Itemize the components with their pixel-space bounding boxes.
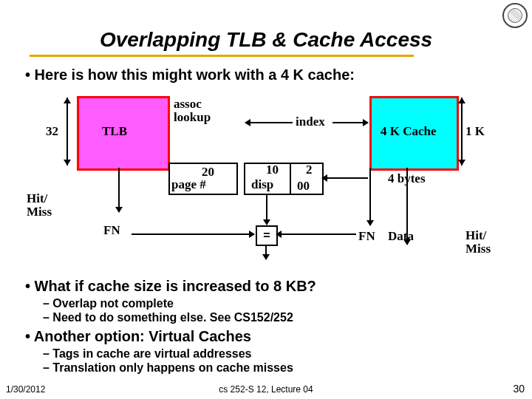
comparator: =: [256, 225, 278, 246]
label-tlb: TLB: [102, 124, 127, 139]
bullet-2-sub-b: – Need to do something else. See CS152/2…: [43, 311, 293, 324]
arrow-index-down: [266, 194, 267, 225]
label-assoc: assoc lookup: [174, 98, 211, 124]
title-underline: [30, 55, 414, 57]
arrow-cache-fn-down: [369, 168, 371, 225]
label-index: index: [296, 115, 325, 129]
label-00: 00: [297, 179, 310, 194]
bullet-2: • What if cache size is increased to 8 K…: [25, 278, 316, 295]
label-page-num: page #: [171, 177, 206, 192]
dim-32: [66, 98, 68, 166]
arrow-tlb-down: [118, 168, 120, 212]
arrow-4bytes: [322, 177, 368, 179]
footer-center: cs 252-S 12, Lecture 04: [0, 384, 532, 395]
bullet-3: • Another option: Virtual Caches: [25, 328, 251, 345]
arrow-assoc: [245, 122, 293, 123]
bullet-3-sub-a: – Tags in cache are virtual addresses: [43, 347, 252, 361]
label-hitmiss-left: Hit/ Miss: [27, 192, 52, 219]
label-fn-right: FN: [358, 229, 375, 244]
label-4kcache: 4 K Cache: [381, 124, 437, 139]
arrow-eq-down: [265, 245, 267, 259]
label-disp: disp: [251, 177, 273, 192]
dim-1k: [461, 98, 463, 166]
footer-page-number: 30: [513, 383, 525, 395]
arrow-fn-to-eq: [132, 233, 254, 235]
label-2: 2: [306, 163, 313, 177]
label-1k: 1 K: [466, 124, 485, 139]
bullet-3-sub-b: – Translation only happens on cache miss…: [43, 361, 293, 375]
arrow-cachefn-to-eq: [276, 233, 356, 235]
bullet-1: • Here is how this might work with a 4 K…: [25, 66, 355, 83]
label-fn-left: FN: [103, 223, 120, 238]
page-title: Overlapping TLB & Cache Access: [0, 28, 532, 52]
arrow-index-to-cache: [332, 122, 368, 123]
label-32: 32: [46, 124, 58, 139]
label-hitmiss-right: Hit/ Miss: [466, 229, 491, 256]
seal-icon: [502, 3, 528, 28]
diagram: 32 TLB assoc lookup 20 page # 10 2 disp …: [22, 89, 510, 273]
label-data: Data: [388, 229, 414, 244]
bullet-2-sub-a: – Overlap not complete: [43, 297, 174, 310]
label-10: 10: [266, 163, 279, 177]
